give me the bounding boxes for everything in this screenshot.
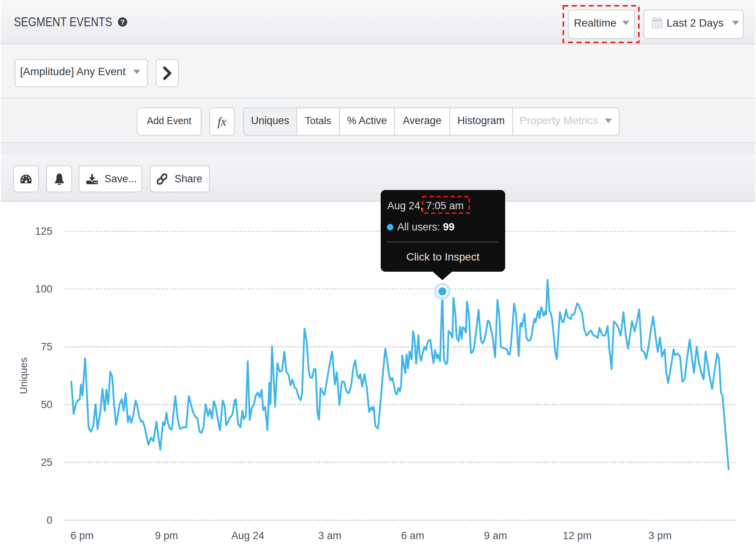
svg-text:50: 50 bbox=[41, 399, 52, 410]
svg-text:9 pm: 9 pm bbox=[155, 530, 178, 541]
svg-text:3 am: 3 am bbox=[318, 530, 341, 541]
svg-text:12 pm: 12 pm bbox=[563, 530, 591, 541]
svg-text:25: 25 bbox=[41, 457, 52, 468]
svg-text:75: 75 bbox=[41, 341, 52, 353]
svg-text:0: 0 bbox=[47, 514, 52, 526]
svg-text:3 pm: 3 pm bbox=[648, 530, 672, 541]
svg-text:6 am: 6 am bbox=[401, 530, 424, 541]
svg-text:6 pm: 6 pm bbox=[71, 530, 94, 541]
svg-text:100: 100 bbox=[35, 283, 52, 295]
svg-text:Aug 24: Aug 24 bbox=[231, 530, 264, 541]
svg-text:125: 125 bbox=[35, 225, 52, 237]
svg-text:?: ? bbox=[121, 18, 125, 26]
svg-text:9 am: 9 am bbox=[484, 530, 507, 541]
svg-text:Uniques: Uniques bbox=[18, 357, 29, 394]
